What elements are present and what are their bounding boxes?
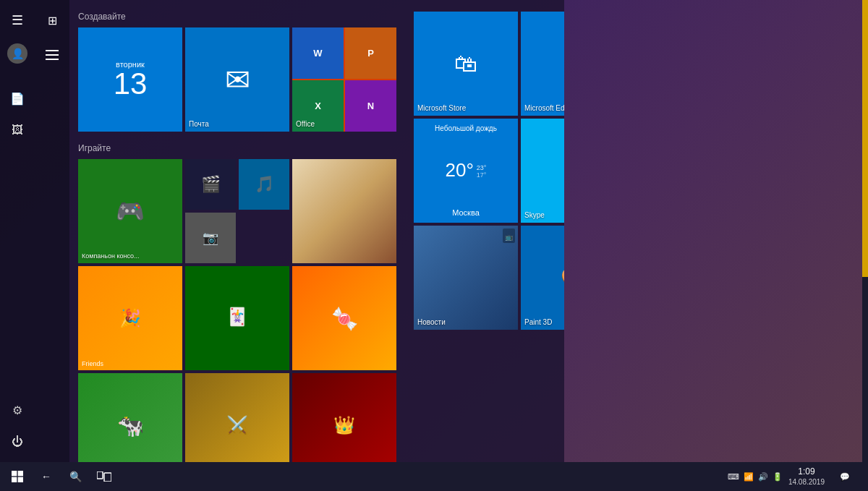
- calendar-tile[interactable]: вторник 13: [78, 27, 182, 132]
- start-sidebar: ☰ 👤 📄 🖼 ⚙ ⏻: [0, 0, 35, 462]
- mail-tile[interactable]: ✉ Почта: [185, 27, 289, 132]
- weather-tile[interactable]: Небольшой дождь 20° 23° 17° Москва: [414, 119, 518, 223]
- ms-edge-tile[interactable]: e Microsoft Edge: [521, 12, 564, 116]
- candy-icon: 🍬: [331, 306, 358, 331]
- taskbar: ← 🔍 ⌨ 📶 🔊 🔋 1:09 14.08.2019 💬: [0, 462, 868, 491]
- power-icon[interactable]: ⏻: [3, 427, 32, 456]
- ms-edge-label: Microsoft Edge: [524, 104, 564, 113]
- apps-panel: ⊞: [35, 0, 69, 462]
- ppt-app[interactable]: P: [345, 27, 396, 79]
- music-icon: 🎵: [255, 175, 274, 194]
- news-label: Новости: [417, 318, 446, 327]
- news-badge: 📺: [503, 229, 515, 243]
- battle-tile[interactable]: ⚔️ G: [185, 373, 289, 462]
- svg-rect-0: [46, 50, 59, 51]
- svg-rect-6: [18, 477, 23, 482]
- weather-temp: 20°: [446, 159, 474, 182]
- ms-store-tile[interactable]: 🛍 Microsoft Store: [414, 12, 518, 116]
- media-row-2: 📷: [185, 213, 289, 263]
- svg-rect-1: [46, 54, 59, 56]
- office-tile-label: Office: [296, 120, 315, 129]
- taskbar-right: ⌨ 📶 🔊 🔋 1:09 14.08.2019 💬: [728, 462, 865, 491]
- time-display: 1:09: [788, 466, 825, 478]
- play-section: Играйте 🎮 Компаньон консо... 🎬 🎵: [78, 143, 396, 462]
- clock[interactable]: 1:09 14.08.2019: [788, 466, 825, 487]
- file-explorer-icon[interactable]: 📄: [3, 84, 32, 113]
- right-tiles: 🛍 Microsoft Store e Microsoft Edge Небол…: [405, 0, 564, 462]
- companion-label: Компаньон консо...: [82, 252, 140, 260]
- video-icon: 🎬: [201, 175, 221, 194]
- create-section: Создавайте вторник 13 ✉ Почта W P: [78, 12, 396, 132]
- farm-tile[interactable]: 🐄: [78, 373, 182, 462]
- friends-icon: 🎉: [119, 308, 141, 328]
- notification-button[interactable]: 💬: [830, 462, 859, 491]
- svg-rect-8: [104, 473, 111, 482]
- calendar-day-num: 13: [114, 69, 148, 99]
- date-display: 14.08.2019: [788, 477, 825, 487]
- volume-icon: 🔊: [758, 472, 768, 482]
- svg-rect-3: [12, 471, 17, 476]
- office-tile[interactable]: W P X N Office: [292, 27, 396, 132]
- system-icons: ⌨ 📶 🔊 🔋: [728, 472, 783, 482]
- keyboard-icon: ⌨: [728, 472, 739, 482]
- word-app[interactable]: W: [292, 27, 344, 79]
- paint3d-tile[interactable]: 🎨 Paint 3D: [521, 226, 564, 330]
- create-section-title: Создавайте: [78, 12, 396, 22]
- royal-icon: 👑: [333, 415, 355, 435]
- video-tile[interactable]: 🎬: [185, 159, 236, 210]
- task-view-button[interactable]: [90, 462, 119, 491]
- back-button[interactable]: ←: [32, 462, 61, 491]
- network-icon: 📶: [744, 472, 754, 482]
- all-apps-list-icon[interactable]: [38, 40, 67, 69]
- svg-rect-2: [46, 59, 59, 60]
- svg-rect-5: [12, 477, 17, 482]
- office-grid: W P X N: [292, 27, 396, 132]
- user-avatar[interactable]: 👤: [7, 43, 27, 64]
- settings-icon[interactable]: ⚙: [3, 396, 32, 424]
- solitaire-icon: 🃏: [226, 307, 248, 327]
- start-menu: ☰ 👤 📄 🖼 ⚙ ⏻ ⊞ Создавайте: [0, 0, 564, 462]
- tiles-area: Создавайте вторник 13 ✉ Почта W P: [69, 0, 405, 462]
- mail-tile-label: Почта: [189, 120, 209, 129]
- media-tiles-col: 🎬 🎵 📷: [185, 159, 289, 263]
- news-badge-icon: 📺: [505, 234, 513, 241]
- scrollbar-thumb[interactable]: [862, 0, 868, 277]
- svg-rect-7: [97, 471, 103, 479]
- groove-small-tile[interactable]: 🎵: [239, 159, 289, 210]
- farm-icon: 🐄: [117, 413, 144, 438]
- friends-tile[interactable]: 🎉 Friends: [78, 266, 182, 370]
- mail-icon: ✉: [225, 62, 250, 98]
- solitaire-tile[interactable]: 🃏: [185, 266, 289, 370]
- media-row-1: 🎬 🎵: [185, 159, 289, 210]
- camera-icon: 📷: [203, 230, 218, 246]
- weather-high: 23°: [477, 164, 487, 171]
- ms-store-label: Microsoft Store: [417, 104, 466, 113]
- news-tile[interactable]: Новости 📺: [414, 226, 518, 330]
- weather-city: Москва: [452, 208, 480, 217]
- search-button[interactable]: 🔍: [61, 462, 90, 491]
- camera-tile[interactable]: 📷: [185, 213, 236, 263]
- companion-icon: 🎮: [116, 197, 145, 225]
- skype-label: Skype: [524, 211, 545, 220]
- svg-rect-4: [18, 471, 23, 476]
- royal-tile[interactable]: 👑 Royal Revolt 2: [292, 373, 396, 462]
- candy-tile[interactable]: 🍬: [292, 266, 396, 370]
- companion-tile[interactable]: 🎮 Компаньон консо...: [78, 159, 182, 263]
- battery-icon: 🔋: [773, 472, 783, 482]
- onenote-app[interactable]: N: [345, 80, 396, 132]
- pictures-icon[interactable]: 🖼: [3, 116, 32, 145]
- paint3d-label: Paint 3D: [524, 318, 552, 327]
- weather-condition: Небольшой дождь: [435, 124, 497, 132]
- all-apps-grid-icon[interactable]: ⊞: [38, 6, 67, 35]
- skype-tile[interactable]: S Skype: [521, 119, 564, 223]
- photos-tile[interactable]: [292, 159, 396, 263]
- store-bag-icon: 🛍: [454, 51, 477, 77]
- weather-low: 17°: [477, 171, 487, 179]
- start-button[interactable]: [3, 462, 32, 491]
- page-scrollbar[interactable]: [862, 0, 868, 462]
- play-section-title: Играйте: [78, 143, 396, 153]
- hamburger-icon[interactable]: ☰: [3, 6, 32, 35]
- friends-label: Friends: [82, 360, 103, 367]
- battle-icon: ⚔️: [226, 415, 248, 435]
- paint3d-icon: 🎨: [561, 266, 565, 290]
